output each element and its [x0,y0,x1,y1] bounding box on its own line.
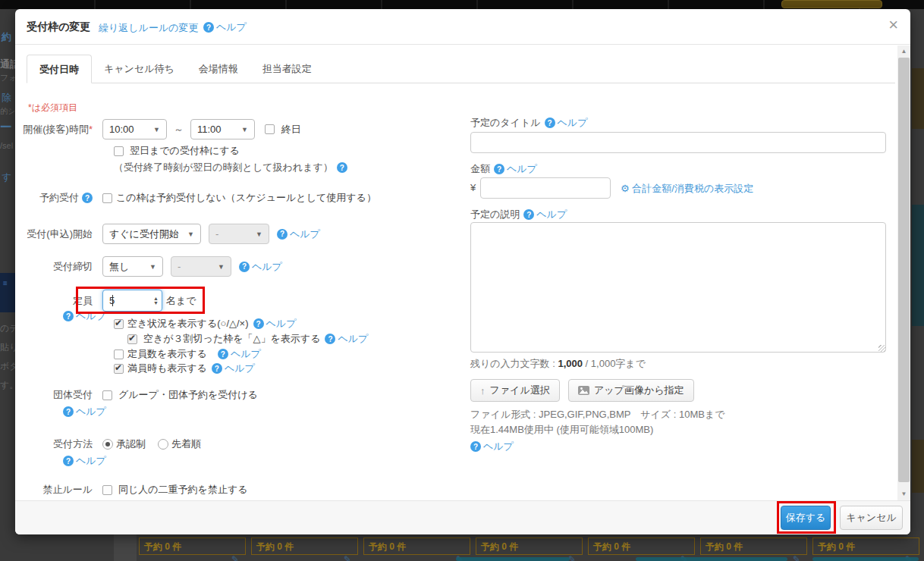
start-sub-select[interactable]: -▼ [209,224,269,244]
help-label: ヘルプ [216,20,247,34]
help-icon[interactable]: ? [337,162,347,173]
help-link[interactable]: ?ヘルプ [325,332,368,346]
description-textarea[interactable] [470,222,886,353]
background-event-bar [636,557,787,561]
tax-settings-link[interactable]: ⚙ 合計金額/消費税の表示設定 [621,182,753,196]
ban-checkbox[interactable] [102,485,112,495]
show-full-label: 満員時も表示する [127,362,207,375]
deadline-help-link[interactable]: ? ヘルプ [239,260,282,274]
chevron-down-icon: ▼ [187,230,194,238]
image-select-button[interactable]: アップ画像から指定 [568,379,694,402]
help-icon: ? [277,229,288,240]
background-fragment: 的シ [0,106,15,117]
show-capacity-checkbox[interactable] [114,349,124,359]
close-icon[interactable]: × [888,17,898,33]
scroll-down-icon[interactable]: ▼ [897,488,910,500]
image-help-link[interactable]: ?ヘルプ [470,440,514,453]
start-time-select[interactable]: 10:00▼ [102,119,167,139]
help-link[interactable]: ?ヘルプ [253,317,297,331]
deadline-label: 受付締切 [15,260,102,274]
help-icon[interactable]: ? [82,193,93,203]
dialog-header: 受付枠の変更 繰り返しルールの変更 ? ヘルプ × [15,9,910,45]
approval-radio[interactable] [102,439,113,450]
amount-help-link[interactable]: ?ヘルプ [494,162,537,176]
help-link[interactable]: ?ヘルプ [218,347,261,361]
screen: 約 通話 フォ 除 的シ ー /sel す ≡ のデ 貼り ボタ す。 予約 0… [0,0,924,561]
cancel-button[interactable]: キャンセル [840,506,903,530]
dialog-title: 受付枠の変更 [27,20,90,34]
first-come-label: 先着順 [171,437,201,451]
first-come-radio[interactable] [158,439,168,450]
tab-cancel-waitlist[interactable]: キャンセル待ち [92,55,187,83]
image-icon [578,386,589,395]
chevron-down-icon: ▼ [241,126,248,133]
show-availability-checkbox[interactable] [114,319,124,329]
nextday-checkbox[interactable] [114,146,124,156]
start-help-link[interactable]: ? ヘルプ [277,227,320,241]
tab-venue-info[interactable]: 会場情報 [187,55,250,83]
reserve-label: 予約受付? [15,191,102,205]
edit-slot-dialog: 受付枠の変更 繰り返しルールの変更 ? ヘルプ × 受付日時 キャンセル待ち 会… [15,9,910,534]
resize-handle-icon[interactable] [878,345,885,352]
description-label: 予定の説明 [470,208,520,221]
tab-reception-datetime[interactable]: 受付日時 [27,55,92,83]
chevron-down-icon: ▼ [218,263,225,271]
help-icon: ? [212,363,222,374]
help-icon: ? [253,318,264,329]
help-link[interactable]: ?ヘルプ [212,362,255,375]
help-icon: ? [545,118,555,128]
help-icon: ? [494,164,504,174]
currency-symbol: ¥ [470,182,476,193]
approval-label: 承認制 [116,437,146,451]
file-select-button[interactable]: ↑ ファイル選択 [470,379,560,402]
dialog-footer [15,500,910,534]
highlight-box-capacity [76,287,205,314]
title-input[interactable] [470,132,886,153]
no-reserve-checkbox[interactable] [102,193,112,203]
chevron-down-icon: ▼ [256,230,262,238]
repeat-rule-link[interactable]: 繰り返しルールの変更 [99,21,199,35]
background-booking-cell: 予約 0 件 [139,537,246,555]
tab-staff-settings[interactable]: 担当者設定 [250,55,324,83]
group-cb-label: グループ・団体予約を受付ける [118,388,258,402]
allday-checkbox[interactable] [265,124,275,134]
help-icon: ? [239,262,250,272]
title-help-link[interactable]: ?ヘルプ [545,116,588,130]
nextday-label: 翌日までの受付枠にする [130,144,240,158]
amount-input[interactable] [480,177,611,199]
help-icon: ? [63,406,74,417]
deadline-sub-select[interactable]: -▼ [171,256,231,277]
chevron-down-icon: ▼ [149,263,156,271]
show-capacity-label: 定員数を表示する [127,347,207,361]
help-icon: ? [470,441,481,452]
storage-info: 現在1.44MB使用中 (使用可能領域100MB) [470,423,653,437]
dialog-scrollbar[interactable]: ▲ ▼ [897,45,910,500]
start-label: 受付(申込)開始 [15,227,102,241]
allday-checkbox-row[interactable]: 終日 [265,123,301,136]
background-booking-cell: 予約 0 件 [700,537,807,555]
scrollbar-thumb[interactable] [898,58,910,482]
background-booking-cell: 予約 0 件 [251,537,358,555]
background-fragment: す [2,171,11,184]
header-help-link[interactable]: ? ヘルプ [203,20,247,34]
group-help-link[interactable]: ?ヘルプ [63,405,106,418]
show-full-checkbox[interactable] [114,364,124,374]
start-mode-select[interactable]: すぐに受付開始▼ [102,224,201,244]
background-fragment: 除 [2,91,11,105]
description-help-link[interactable]: ?ヘルプ [523,208,567,221]
background-highlighted-button [781,0,882,8]
title-label: 予定のタイトル [470,116,541,130]
group-checkbox[interactable] [102,390,112,400]
upload-icon: ↑ [480,385,486,396]
edit-icon: ✎ [344,554,351,561]
show-availability-label: 空き状況を表示する(○/△/×) [127,317,249,331]
method-help-link[interactable]: ?ヘルプ [63,454,106,468]
end-time-select[interactable]: 11:00▼ [190,119,255,139]
chevron-down-icon: ▼ [153,126,160,133]
show-triangle-checkbox[interactable] [127,334,137,344]
background-fragment: 約 [2,30,11,44]
scroll-up-icon[interactable]: ▲ [897,45,910,58]
required-note: *は必須項目 [28,102,77,114]
background-blob [912,440,924,493]
deadline-select[interactable]: 無し▼ [102,256,163,277]
